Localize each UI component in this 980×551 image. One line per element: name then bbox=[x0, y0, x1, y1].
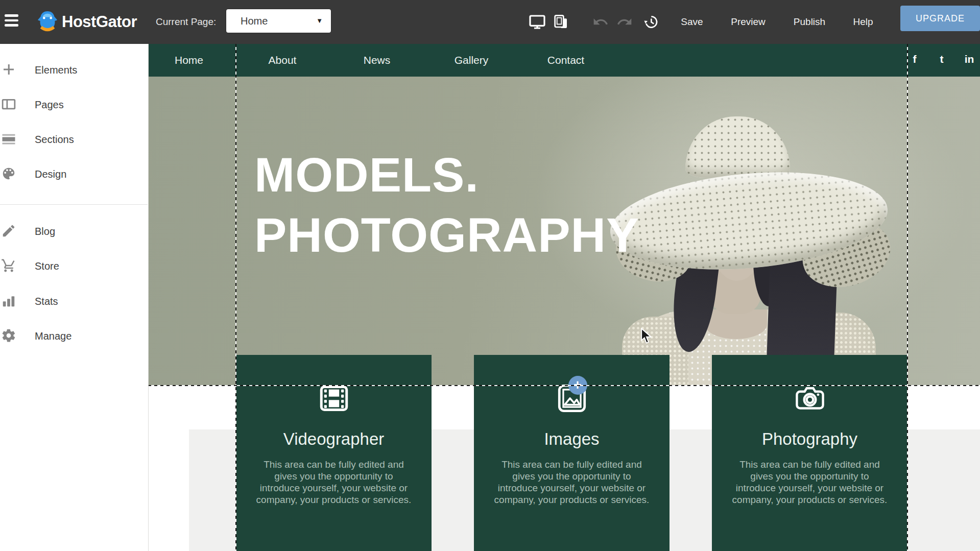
sidebar-item-pages[interactable]: Pages bbox=[0, 94, 148, 115]
image-icon: + bbox=[555, 381, 589, 415]
hero-title[interactable]: MODELS. PHOTOGRAPHY bbox=[254, 145, 639, 265]
site-nav-home[interactable]: Home bbox=[175, 44, 203, 77]
film-icon bbox=[317, 381, 351, 415]
history-icon[interactable] bbox=[642, 14, 659, 30]
bar-chart-icon bbox=[1, 293, 16, 308]
facebook-icon[interactable]: f bbox=[913, 44, 917, 75]
publish-button[interactable]: Publish bbox=[786, 0, 832, 44]
site-navbar: Home About News Gallery Contact f t in bbox=[148, 44, 980, 77]
mobile-view-icon[interactable] bbox=[553, 14, 569, 30]
hero-title-line2: PHOTOGRAPHY bbox=[254, 205, 639, 265]
card-body[interactable]: This area can be fully edited and gives … bbox=[712, 459, 907, 506]
sections-icon bbox=[1, 131, 16, 147]
brand-name: HostGator bbox=[62, 0, 137, 44]
undo-icon[interactable] bbox=[592, 14, 609, 30]
hero-photo-hat-crown bbox=[685, 116, 790, 178]
pages-icon bbox=[1, 97, 16, 112]
site-nav-news[interactable]: News bbox=[364, 44, 391, 77]
plus-icon bbox=[1, 62, 16, 77]
sidebar-item-blog[interactable]: Blog bbox=[0, 221, 148, 242]
upgrade-button[interactable]: UPGRADE bbox=[900, 6, 980, 31]
sidebar-item-sections[interactable]: Sections bbox=[0, 129, 148, 150]
site-nav-contact[interactable]: Contact bbox=[547, 44, 584, 77]
page-select-dropdown[interactable]: Home ▼ bbox=[226, 9, 331, 33]
hostgator-builder-screen: HostGator Current Page: Home ▼ Save bbox=[0, 0, 980, 551]
palette-icon bbox=[1, 166, 16, 181]
help-button[interactable]: Help bbox=[845, 0, 881, 44]
top-toolbar: HostGator Current Page: Home ▼ Save bbox=[0, 0, 980, 44]
hero-section[interactable]: MODELS. PHOTOGRAPHY bbox=[148, 77, 980, 386]
site-editor-canvas: Home About News Gallery Contact f t in bbox=[148, 44, 980, 551]
pencil-icon bbox=[1, 223, 16, 238]
sidebar-item-manage[interactable]: Manage bbox=[0, 326, 148, 346]
desktop-view-icon[interactable] bbox=[529, 14, 545, 30]
current-page-label: Current Page: bbox=[156, 0, 216, 44]
gear-icon bbox=[1, 328, 16, 343]
sidebar-divider bbox=[0, 204, 148, 205]
linkedin-icon[interactable]: in bbox=[965, 44, 974, 75]
site-nav-about[interactable]: About bbox=[269, 44, 297, 77]
hero-title-line1: MODELS. bbox=[254, 145, 639, 205]
cart-icon bbox=[1, 258, 16, 273]
editor-sidebar: Elements Pages Sections Design Blog bbox=[0, 44, 149, 551]
sidebar-item-design[interactable]: Design bbox=[0, 164, 148, 184]
card-title[interactable]: Images bbox=[474, 429, 670, 449]
redo-icon[interactable] bbox=[616, 14, 633, 30]
selection-outline-bottom bbox=[148, 385, 980, 386]
selection-outline-right bbox=[907, 44, 908, 551]
feature-card-images[interactable]: + Images This area can be fully edited a… bbox=[474, 355, 670, 551]
card-title[interactable]: Videographer bbox=[236, 429, 432, 449]
hostgator-logo-icon bbox=[36, 9, 59, 34]
feature-card-photography[interactable]: Photography This area can be fully edite… bbox=[712, 355, 907, 551]
preview-button[interactable]: Preview bbox=[725, 0, 771, 44]
mouse-cursor-icon bbox=[640, 328, 653, 344]
feature-card-videographer[interactable]: Videographer This area can be fully edit… bbox=[236, 355, 432, 551]
hamburger-menu-icon[interactable] bbox=[5, 14, 18, 27]
sidebar-item-store[interactable]: Store bbox=[0, 256, 148, 276]
card-body[interactable]: This area can be fully edited and gives … bbox=[474, 459, 670, 506]
page-select-value: Home bbox=[241, 9, 268, 33]
card-body[interactable]: This area can be fully edited and gives … bbox=[236, 459, 432, 506]
selection-outline-left bbox=[235, 44, 236, 551]
chevron-down-icon: ▼ bbox=[316, 9, 323, 33]
card-title[interactable]: Photography bbox=[712, 429, 907, 449]
twitter-icon[interactable]: t bbox=[940, 44, 944, 75]
sidebar-item-stats[interactable]: Stats bbox=[0, 291, 148, 312]
site-nav-gallery[interactable]: Gallery bbox=[455, 44, 489, 77]
save-button[interactable]: Save bbox=[674, 0, 710, 44]
sidebar-item-elements[interactable]: Elements bbox=[0, 60, 148, 80]
camera-icon bbox=[793, 381, 827, 415]
